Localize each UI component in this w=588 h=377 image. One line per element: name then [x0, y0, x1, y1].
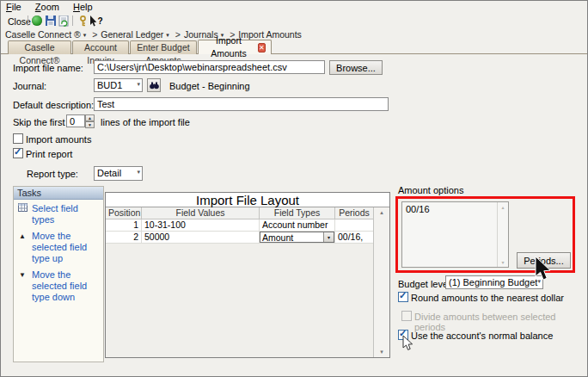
binoculars-icon: [150, 82, 159, 90]
down-arrow-icon: ▼: [17, 269, 28, 303]
field-types-grid-icon: [17, 203, 28, 226]
toolbar-separator: [28, 15, 28, 26]
task-label: Move the selected field type down: [32, 269, 101, 303]
column-header-field-types[interactable]: Field Types: [260, 207, 335, 219]
menu-bar: File Zoom Help: [1, 1, 587, 14]
up-arrow-icon: ▲: [17, 231, 28, 264]
menu-zoom[interactable]: Zoom: [35, 2, 59, 12]
import-amounts-checkbox[interactable]: [13, 133, 23, 144]
default-description-label: Default description:: [13, 100, 94, 110]
tasks-panel: Tasks Select field types ▲ Move the sele…: [13, 186, 104, 362]
table-title: Import File Layout: [106, 193, 389, 207]
default-description-input[interactable]: Test: [94, 97, 389, 111]
skip-lines-input[interactable]: 0: [66, 114, 85, 127]
cell-field-values[interactable]: 10-31-100: [142, 219, 260, 232]
breadcrumb-general-ledger[interactable]: General Ledger: [101, 29, 163, 40]
budget-level-combobox[interactable]: (1) Beginning Budget ▾: [445, 275, 543, 289]
chevron-down-icon: ▾: [537, 278, 541, 285]
import-file-layout-table: Import File Layout Position Field Values…: [105, 192, 390, 358]
cell-position: 2: [106, 232, 142, 244]
task-move-field-type-down[interactable]: ▼ Move the selected field type down: [14, 266, 103, 305]
import-file-name-label: Import file name:: [13, 63, 83, 73]
cell-position: 1: [106, 219, 142, 232]
task-label: Select field types: [32, 203, 101, 226]
report-type-combobox[interactable]: Detail ▾: [94, 166, 143, 181]
scroll-down-icon[interactable]: ▾: [374, 349, 389, 355]
breadcrumb-separator: >: [92, 29, 97, 40]
journal-label: Journal:: [13, 81, 46, 91]
task-move-field-type-up[interactable]: ▲ Move the selected field type up: [14, 227, 103, 266]
journal-value: BUD1: [97, 80, 122, 90]
report-type-label: Report type:: [27, 169, 78, 179]
refresh-document-icon[interactable]: [58, 15, 70, 27]
connect-globe-icon[interactable]: [31, 15, 43, 27]
round-amounts-checkbox[interactable]: ✓: [398, 292, 408, 302]
report-type-value: Detail: [97, 168, 121, 178]
budget-level-value: (1) Beginning Budget: [449, 277, 537, 287]
column-header-field-values[interactable]: Field Values: [142, 207, 260, 219]
tab-enter-budget-amounts[interactable]: Enter Budget Amounts: [130, 40, 197, 54]
spin-up-icon[interactable]: ▲: [85, 114, 95, 121]
normal-balance-label[interactable]: Use the account's normal balance: [411, 331, 553, 341]
combo-arrow-icon[interactable]: ▾: [323, 232, 334, 242]
skip-lines-spinner[interactable]: ▲ ▼: [85, 114, 95, 127]
spin-down-icon[interactable]: ▼: [85, 121, 95, 128]
task-label: Move the selected field type up: [32, 231, 101, 264]
tasks-header: Tasks: [14, 187, 103, 200]
table-row[interactable]: 2 50000 Amount ▾ 00/16,: [106, 232, 389, 244]
chevron-down-icon: ▾: [137, 169, 140, 176]
cell-field-types[interactable]: Amount ▾: [260, 232, 335, 244]
toolbar-separator: [72, 15, 73, 26]
print-report-checkbox[interactable]: ✓: [13, 148, 23, 158]
field-type-value: Amount: [262, 232, 293, 243]
cell-periods[interactable]: 00/16,: [335, 232, 374, 244]
scroll-up-icon[interactable]: ▴: [374, 209, 389, 216]
save-icon[interactable]: [45, 15, 57, 27]
table-row[interactable]: 1 10-31-100 Account number: [106, 219, 389, 232]
print-report-label[interactable]: Print report: [26, 149, 72, 159]
divide-amounts-checkbox: [401, 311, 412, 321]
cell-field-values[interactable]: 50000: [142, 232, 260, 244]
checkmark-icon: ✓: [14, 146, 21, 158]
cell-field-types[interactable]: Account number: [260, 219, 335, 232]
cell-periods[interactable]: [335, 219, 374, 232]
tab-import-amounts[interactable]: Import Amounts ✕: [198, 40, 272, 54]
normal-balance-checkbox[interactable]: ✓: [398, 330, 408, 340]
round-amounts-label[interactable]: Round amounts to the nearest dollar: [411, 293, 564, 303]
menu-file[interactable]: File: [6, 2, 21, 12]
breadcrumb: Caselle Connect ®▾>General Ledger▾>Journ…: [5, 29, 302, 40]
skip-lines-prefix-label: Skip the first: [13, 117, 65, 127]
table-vertical-scrollbar[interactable]: ▴ ▾: [373, 207, 389, 357]
skip-lines-suffix-label: lines of the import file: [101, 117, 190, 127]
menu-help[interactable]: Help: [73, 2, 93, 12]
app-window: File Zoom Help Close ? Caselle Connect ®…: [0, 0, 588, 377]
checkmark-icon: ✓: [399, 328, 407, 339]
column-header-periods[interactable]: Periods: [335, 207, 374, 219]
breadcrumb-caselle-connect[interactable]: Caselle Connect ®: [5, 29, 81, 40]
context-help-icon[interactable]: ?: [89, 15, 104, 27]
tab-import-amounts-label: Import Amounts: [204, 34, 254, 60]
divide-amounts-label: Divide amounts between selected periods: [414, 312, 587, 332]
chevron-down-icon[interactable]: ▾: [83, 32, 87, 39]
tab-strip: Caselle Connect® Account Inquiry Enter B…: [1, 40, 587, 54]
journal-combobox[interactable]: BUD1 ▾: [94, 78, 143, 92]
key-icon[interactable]: [77, 15, 89, 27]
chevron-down-icon[interactable]: ▾: [166, 32, 169, 39]
toolbar: Close ?: [1, 14, 587, 28]
journal-description: Budget - Beginning: [169, 81, 250, 91]
journal-lookup-button[interactable]: [147, 78, 161, 92]
chevron-down-icon: ▾: [137, 81, 140, 88]
browse-button[interactable]: Browse...: [329, 60, 383, 75]
tab-caselle-connect[interactable]: Caselle Connect®: [8, 40, 71, 54]
help-question-glyph: ?: [97, 16, 102, 26]
table-header-row: Position Field Values Field Types Period…: [106, 207, 389, 219]
task-select-field-types[interactable]: Select field types: [14, 200, 103, 227]
field-type-combobox[interactable]: Amount ▾: [260, 232, 334, 243]
import-file-name-input[interactable]: C:\Users\jrr\Desktop\webinarspreadsheet.…: [94, 60, 325, 74]
tab-close-icon[interactable]: ✕: [258, 43, 266, 53]
tab-account-inquiry[interactable]: Account Inquiry: [72, 40, 129, 54]
column-header-position[interactable]: Position: [106, 207, 142, 219]
periods-button[interactable]: Periods...: [517, 252, 571, 269]
import-amounts-label[interactable]: Import amounts: [26, 134, 91, 145]
amount-options-label: Amount options: [398, 185, 463, 195]
